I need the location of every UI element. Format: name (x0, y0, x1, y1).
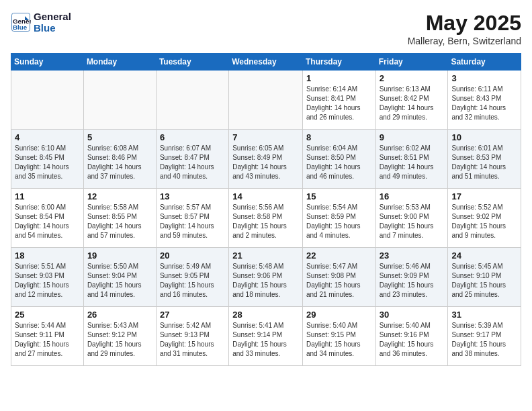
calendar-cell: 7Sunrise: 6:05 AM Sunset: 8:49 PM Daylig… (229, 130, 303, 189)
calendar-cell: 8Sunrise: 6:04 AM Sunset: 8:50 PM Daylig… (302, 130, 375, 189)
weekday-header: Monday (83, 54, 156, 71)
day-number: 9 (380, 132, 445, 142)
day-number: 20 (160, 250, 225, 261)
calendar-week-row: 1Sunrise: 6:14 AM Sunset: 8:41 PM Daylig… (11, 71, 521, 130)
day-number: 21 (232, 250, 299, 261)
calendar-cell: 26Sunrise: 5:43 AM Sunset: 9:12 PM Dayli… (83, 307, 156, 366)
day-number: 22 (306, 250, 372, 261)
page-header: General Blue General Blue May 2025 Malle… (11, 11, 521, 46)
day-number: 23 (380, 250, 445, 261)
day-info: Sunrise: 6:01 AM Sunset: 8:53 PM Dayligh… (451, 144, 517, 181)
logo-line2: Blue (34, 22, 71, 34)
weekday-header: Saturday (448, 54, 521, 71)
calendar-cell: 24Sunrise: 5:45 AM Sunset: 9:10 PM Dayli… (448, 248, 521, 307)
day-info: Sunrise: 5:51 AM Sunset: 9:03 PM Dayligh… (15, 262, 80, 300)
day-info: Sunrise: 5:52 AM Sunset: 9:02 PM Dayligh… (451, 203, 517, 240)
weekday-header: Thursday (302, 54, 375, 71)
day-number: 4 (15, 132, 80, 142)
calendar-cell: 19Sunrise: 5:50 AM Sunset: 9:04 PM Dayli… (83, 248, 156, 307)
day-info: Sunrise: 6:07 AM Sunset: 8:47 PM Dayligh… (160, 144, 225, 181)
day-number: 18 (15, 250, 80, 261)
day-number: 13 (160, 191, 225, 201)
day-number: 25 (15, 310, 80, 320)
day-number: 5 (87, 132, 152, 142)
month-title: May 2025 (408, 11, 521, 36)
day-number: 3 (451, 73, 517, 83)
calendar-cell: 29Sunrise: 5:40 AM Sunset: 9:15 PM Dayli… (302, 307, 375, 366)
day-number: 30 (380, 310, 445, 320)
weekday-header-row: SundayMondayTuesdayWednesdayThursdayFrid… (11, 54, 521, 71)
day-info: Sunrise: 6:05 AM Sunset: 8:49 PM Dayligh… (232, 144, 299, 181)
day-number: 6 (160, 132, 225, 142)
calendar-cell: 11Sunrise: 6:00 AM Sunset: 8:54 PM Dayli… (11, 189, 84, 248)
day-number: 8 (306, 132, 372, 142)
calendar-cell: 3Sunrise: 6:11 AM Sunset: 8:43 PM Daylig… (448, 71, 521, 130)
day-info: Sunrise: 5:46 AM Sunset: 9:09 PM Dayligh… (380, 262, 445, 300)
calendar-cell: 27Sunrise: 5:42 AM Sunset: 9:13 PM Dayli… (156, 307, 228, 366)
day-number: 7 (232, 132, 299, 142)
calendar-cell: 9Sunrise: 6:02 AM Sunset: 8:51 PM Daylig… (375, 130, 448, 189)
calendar-cell: 10Sunrise: 6:01 AM Sunset: 8:53 PM Dayli… (448, 130, 521, 189)
calendar-cell: 22Sunrise: 5:47 AM Sunset: 9:08 PM Dayli… (302, 248, 375, 307)
calendar-week-row: 4Sunrise: 6:10 AM Sunset: 8:45 PM Daylig… (11, 130, 521, 189)
day-info: Sunrise: 6:14 AM Sunset: 8:41 PM Dayligh… (306, 85, 372, 122)
calendar-week-row: 18Sunrise: 5:51 AM Sunset: 9:03 PM Dayli… (11, 248, 521, 307)
day-info: Sunrise: 5:57 AM Sunset: 8:57 PM Dayligh… (160, 203, 225, 240)
location: Malleray, Bern, Switzerland (408, 36, 521, 46)
day-info: Sunrise: 5:49 AM Sunset: 9:05 PM Dayligh… (160, 262, 225, 300)
day-number: 1 (306, 73, 372, 83)
calendar-cell (11, 71, 84, 130)
day-info: Sunrise: 6:08 AM Sunset: 8:46 PM Dayligh… (87, 144, 152, 181)
calendar-cell: 6Sunrise: 6:07 AM Sunset: 8:47 PM Daylig… (156, 130, 228, 189)
calendar-cell: 21Sunrise: 5:48 AM Sunset: 9:06 PM Dayli… (229, 248, 303, 307)
weekday-header: Wednesday (229, 54, 303, 71)
calendar-week-row: 25Sunrise: 5:44 AM Sunset: 9:11 PM Dayli… (11, 307, 521, 366)
svg-text:Blue: Blue (13, 24, 28, 31)
logo-line1: General (34, 11, 71, 22)
calendar-cell: 18Sunrise: 5:51 AM Sunset: 9:03 PM Dayli… (11, 248, 84, 307)
day-number: 29 (306, 310, 372, 320)
calendar-cell: 14Sunrise: 5:56 AM Sunset: 8:58 PM Dayli… (229, 189, 303, 248)
day-number: 31 (451, 310, 517, 320)
day-number: 11 (15, 191, 80, 201)
day-info: Sunrise: 5:54 AM Sunset: 8:59 PM Dayligh… (306, 203, 372, 240)
calendar-cell: 2Sunrise: 6:13 AM Sunset: 8:42 PM Daylig… (375, 71, 448, 130)
calendar-cell: 15Sunrise: 5:54 AM Sunset: 8:59 PM Dayli… (302, 189, 375, 248)
day-info: Sunrise: 5:58 AM Sunset: 8:55 PM Dayligh… (87, 203, 152, 240)
calendar-cell: 28Sunrise: 5:41 AM Sunset: 9:14 PM Dayli… (229, 307, 303, 366)
calendar-cell: 4Sunrise: 6:10 AM Sunset: 8:45 PM Daylig… (11, 130, 84, 189)
title-block: May 2025 Malleray, Bern, Switzerland (408, 11, 521, 46)
day-number: 27 (160, 310, 225, 320)
day-number: 16 (380, 191, 445, 201)
day-info: Sunrise: 6:13 AM Sunset: 8:42 PM Dayligh… (380, 85, 445, 122)
calendar-week-row: 11Sunrise: 6:00 AM Sunset: 8:54 PM Dayli… (11, 189, 521, 248)
calendar-cell: 30Sunrise: 5:40 AM Sunset: 9:16 PM Dayli… (375, 307, 448, 366)
day-number: 2 (380, 73, 445, 83)
day-info: Sunrise: 5:48 AM Sunset: 9:06 PM Dayligh… (232, 262, 299, 300)
day-info: Sunrise: 5:47 AM Sunset: 9:08 PM Dayligh… (306, 262, 372, 300)
day-info: Sunrise: 6:10 AM Sunset: 8:45 PM Dayligh… (15, 144, 80, 181)
calendar-cell (156, 71, 228, 130)
day-info: Sunrise: 5:43 AM Sunset: 9:12 PM Dayligh… (87, 321, 152, 359)
logo: General Blue General Blue (11, 11, 71, 34)
day-info: Sunrise: 5:45 AM Sunset: 9:10 PM Dayligh… (451, 262, 517, 300)
day-info: Sunrise: 5:50 AM Sunset: 9:04 PM Dayligh… (87, 262, 152, 300)
day-info: Sunrise: 5:40 AM Sunset: 9:16 PM Dayligh… (380, 321, 445, 359)
calendar-cell: 17Sunrise: 5:52 AM Sunset: 9:02 PM Dayli… (448, 189, 521, 248)
day-info: Sunrise: 5:41 AM Sunset: 9:14 PM Dayligh… (232, 321, 299, 359)
day-number: 17 (451, 191, 517, 201)
day-info: Sunrise: 6:00 AM Sunset: 8:54 PM Dayligh… (15, 203, 80, 240)
calendar-cell: 12Sunrise: 5:58 AM Sunset: 8:55 PM Dayli… (83, 189, 156, 248)
weekday-header: Sunday (11, 54, 84, 71)
day-number: 26 (87, 310, 152, 320)
day-info: Sunrise: 5:39 AM Sunset: 9:17 PM Dayligh… (451, 321, 517, 359)
calendar-cell: 13Sunrise: 5:57 AM Sunset: 8:57 PM Dayli… (156, 189, 228, 248)
calendar-cell (229, 71, 303, 130)
calendar-cell: 31Sunrise: 5:39 AM Sunset: 9:17 PM Dayli… (448, 307, 521, 366)
day-number: 15 (306, 191, 372, 201)
day-number: 14 (232, 191, 299, 201)
day-number: 28 (232, 310, 299, 320)
day-info: Sunrise: 6:04 AM Sunset: 8:50 PM Dayligh… (306, 144, 372, 181)
weekday-header: Friday (375, 54, 448, 71)
calendar-cell: 16Sunrise: 5:53 AM Sunset: 9:00 PM Dayli… (375, 189, 448, 248)
